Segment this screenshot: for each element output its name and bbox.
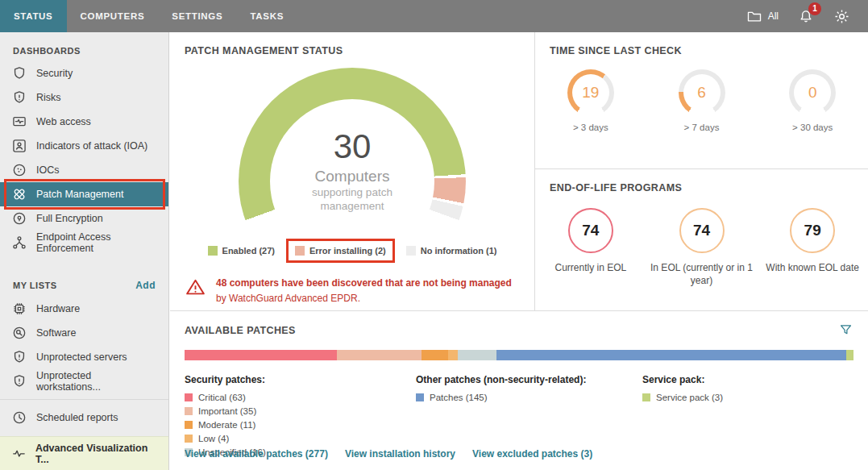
sidebar-item-ioa[interactable]: Indicators of attack (IOA) <box>0 134 168 158</box>
waveform-icon <box>11 446 27 462</box>
legend-item-patches[interactable]: Patches (145) <box>416 393 642 402</box>
sidebar-item-patch-management[interactable]: Patch Management <box>0 182 168 206</box>
shield-icon <box>11 65 27 81</box>
link-installation-history[interactable]: View installation history <box>345 448 455 460</box>
legend-item-critical[interactable]: Critical (63) <box>185 393 416 402</box>
eol-circle: 74 <box>568 208 613 253</box>
legend-label: Service pack (3) <box>656 393 723 402</box>
gauge-label: > 30 days <box>792 123 833 132</box>
sidebar-item-unprotected-servers[interactable]: Unprotected servers <box>0 345 168 369</box>
tab-computers[interactable]: COMPUTERS <box>67 0 159 32</box>
legend-item-service-pack[interactable]: Service pack (3) <box>642 393 853 402</box>
sidebar-section-dashboards: DASHBOARDS <box>13 46 81 56</box>
bar-segment-low[interactable] <box>448 350 458 360</box>
shield-alert-icon <box>11 349 27 365</box>
gauge-30-days[interactable]: 0 > 30 days <box>757 69 868 132</box>
eol-currently-in-eol[interactable]: 74 Currently in EOL <box>535 208 646 287</box>
legend-heading-security: Security patches: <box>185 374 416 385</box>
link-excluded-patches[interactable]: View excluded patches (3) <box>472 448 592 460</box>
legend-label: Moderate (11) <box>198 420 255 430</box>
add-list-link[interactable]: Add <box>135 280 156 291</box>
bar-segment-patches[interactable] <box>496 350 846 360</box>
shield-alert-icon <box>11 373 27 389</box>
legend-item-low[interactable]: Low (4) <box>185 434 416 443</box>
unmanaged-computers-warning[interactable]: 48 computers have been discovered that a… <box>185 276 518 306</box>
sidebar-item-scheduled-reports[interactable]: Scheduled reports <box>0 406 168 430</box>
eol-circle: 74 <box>679 208 725 253</box>
monitor-pulse-icon <box>11 114 27 130</box>
eol-label: Currently in EOL <box>554 261 626 274</box>
sidebar-item-full-encryption[interactable]: Full Encryption <box>0 206 168 231</box>
bar-segment-service-pack[interactable] <box>846 350 853 360</box>
computers-count: 30 <box>334 128 372 165</box>
sidebar-item-label: Scheduled reports <box>36 412 118 423</box>
legend-swatch <box>208 246 218 256</box>
bar-segment-moderate[interactable] <box>422 350 448 360</box>
sidebar-item-label: Hardware <box>36 303 80 314</box>
sidebar-item-label: Web access <box>36 116 91 127</box>
link-view-all-patches[interactable]: View all available patches (277) <box>185 448 328 460</box>
sidebar-item-label: IOCs <box>36 164 59 176</box>
folder-icon <box>746 8 762 24</box>
annotation-box: Error installing (2) <box>286 239 395 263</box>
panel-title: PATCH MANAGEMENT STATUS <box>170 32 534 56</box>
panel-available-patches: AVAILABLE PATCHES Security patches: Crit… <box>170 310 868 470</box>
sidebar-item-risks[interactable]: Risks <box>0 85 168 110</box>
bar-segment-important[interactable] <box>337 350 422 360</box>
gauge-3-days[interactable]: 19 > 3 days <box>535 69 646 132</box>
legend-label: Important (35) <box>198 406 256 416</box>
sidebar-item-endpoint-access[interactable]: Endpoint Access Enforcement <box>0 231 168 255</box>
sidebar-item-label: Advanced Visualization T... <box>35 443 157 465</box>
panel-patch-management-status: PATCH MANAGEMENT STATUS 30 Computers sup… <box>170 32 534 310</box>
legend-label: Low (4) <box>198 434 229 443</box>
filter-icon[interactable] <box>838 322 853 338</box>
panel-title: TIME SINCE LAST CHECK <box>535 32 868 56</box>
gauge-value: 0 <box>794 74 831 111</box>
legend-item-no-information[interactable]: No information (1) <box>406 246 497 256</box>
sidebar-item-label: Security <box>36 68 73 79</box>
search-circle-icon <box>11 325 27 341</box>
legend-item-moderate[interactable]: Moderate (11) <box>185 420 416 430</box>
sidebar-item-unprotected-workstations[interactable]: Unprotected workstations... <box>0 369 168 393</box>
gear-icon <box>833 8 850 25</box>
legend-swatch <box>185 393 193 401</box>
legend-heading-other: Other patches (non-security-related): <box>416 374 642 385</box>
panel-end-of-life-programs: END-OF-LIFE PROGRAMS 74 Currently in EOL… <box>535 169 868 310</box>
tab-tasks[interactable]: TASKS <box>236 0 297 32</box>
legend-swatch <box>185 407 193 415</box>
legend-heading-service-pack: Service pack: <box>642 374 853 385</box>
sidebar-item-security[interactable]: Security <box>0 61 168 85</box>
eol-known-date[interactable]: 79 With known EOL date <box>757 208 868 287</box>
tab-settings[interactable]: SETTINGS <box>158 0 236 32</box>
warning-text: 48 computers have been discovered that a… <box>216 276 518 306</box>
donut-legend: Enabled (27) Error installing (2) No inf… <box>170 239 534 263</box>
shield-alert-icon <box>11 89 27 106</box>
sidebar-item-web-access[interactable]: Web access <box>0 110 168 134</box>
computers-sublabel: management <box>321 199 384 214</box>
sidebar-item-software[interactable]: Software <box>0 321 168 345</box>
gauge-7-days[interactable]: 6 > 7 days <box>646 69 758 132</box>
sidebar-item-hardware[interactable]: Hardware <box>0 297 168 321</box>
notifications-button[interactable]: 1 <box>798 8 814 25</box>
warning-triangle-icon <box>185 277 206 297</box>
legend-item-error-installing[interactable]: Error installing (2) <box>295 246 386 256</box>
tab-status[interactable]: STATUS <box>0 0 67 32</box>
legend-swatch <box>406 246 416 256</box>
computers-label: Computers <box>315 168 390 185</box>
sidebar-item-iocs[interactable]: IOCs <box>0 158 168 182</box>
bar-segment-critical[interactable] <box>185 350 337 360</box>
eol-in-eol-1-year[interactable]: 74 In EOL (currently or in 1 year) <box>646 208 758 287</box>
sidebar: DASHBOARDS Security Risks Web access Ind… <box>0 32 169 470</box>
sidebar-item-advanced-visualization[interactable]: Advanced Visualization T... <box>0 436 168 470</box>
legend-label: Critical (63) <box>198 393 246 402</box>
eol-circle: 79 <box>790 208 835 253</box>
legend-swatch <box>642 393 650 401</box>
legend-swatch <box>185 435 193 443</box>
legend-item-important[interactable]: Important (35) <box>185 406 416 416</box>
gauge-label: > 3 days <box>573 123 608 132</box>
settings-gear-button[interactable] <box>833 8 850 25</box>
group-filter-all[interactable]: All <box>746 8 779 24</box>
legend-item-enabled[interactable]: Enabled (27) <box>208 246 275 256</box>
bar-segment-unspecified[interactable] <box>458 350 496 360</box>
patch-icon <box>11 186 27 202</box>
